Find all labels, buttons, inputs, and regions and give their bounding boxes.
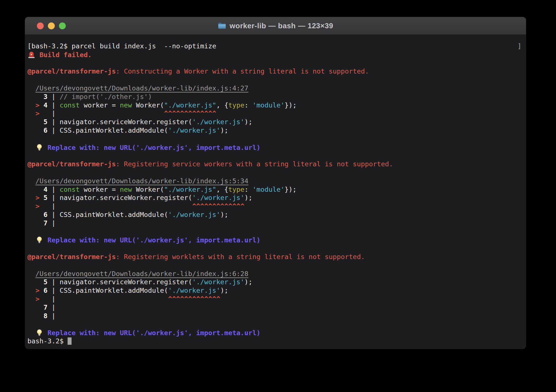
terminal-text	[60, 109, 164, 117]
terminal-text: 6	[44, 126, 48, 134]
terminal-text: @parcel/transformer-js	[27, 253, 116, 261]
terminal-text	[27, 287, 35, 294]
terminal-text: >	[35, 101, 39, 109]
terminal-text: type	[228, 186, 244, 193]
terminal-text: >	[35, 202, 39, 210]
terminal-text	[44, 236, 48, 244]
terminal-line	[27, 228, 523, 236]
terminal-text: >	[35, 109, 39, 117]
terminal-text: );	[220, 126, 228, 134]
terminal-text: 4	[44, 186, 48, 193]
terminal-line: 6 | CSS.paintWorklet.addModule('./worker…	[27, 126, 523, 135]
folder-icon	[218, 22, 226, 29]
lightbulb-icon	[35, 143, 43, 151]
window-title: worker-lib — bash — 123×39	[230, 21, 333, 30]
terminal-text: });	[285, 186, 297, 193]
terminal-content[interactable]: [bash-3.2$ parcel build index.js --no-op…	[25, 35, 526, 349]
terminal-text	[27, 126, 44, 134]
terminal-line: bash-3.2$	[27, 337, 523, 346]
terminal-text: type	[228, 101, 244, 109]
terminal-text	[27, 144, 35, 152]
terminal-text: 7	[44, 219, 48, 227]
terminal-text: worker =	[80, 101, 120, 109]
terminal-text: CSS.paintWorklet.addModule(	[60, 126, 168, 134]
terminal-line: Replace with: new URL('./worker.js', imp…	[27, 236, 523, 244]
terminal-text: CSS.paintWorklet.addModule(	[60, 287, 168, 294]
terminal-line: 5 | navigator.serviceWorker.register('./…	[27, 118, 523, 126]
terminal-text	[35, 51, 39, 59]
terminal-cursor[interactable]	[68, 337, 72, 345]
terminal-line	[27, 135, 523, 143]
zoom-button[interactable]	[59, 22, 66, 29]
terminal-text: ^^^^^^^^^^^^^	[192, 202, 244, 210]
minimize-button[interactable]	[48, 22, 55, 29]
terminal-text	[60, 202, 192, 210]
terminal-text: './worker.js'	[168, 126, 220, 134]
terminal-text: |	[48, 312, 55, 320]
terminal-text: , {	[216, 186, 229, 193]
terminal-line: > | ^^^^^^^^^^^^^	[27, 295, 523, 303]
terminal-text: Worker(	[132, 186, 164, 193]
terminal-text	[27, 84, 35, 92]
terminal-text	[44, 329, 48, 337]
terminal-line: 3 | // import('./other.js')	[27, 93, 523, 101]
terminal-text: const	[60, 186, 80, 193]
terminal-text: 5	[44, 194, 48, 202]
terminal-text: 'module'	[253, 186, 285, 193]
close-button[interactable]	[37, 22, 44, 29]
terminal-text	[27, 236, 35, 244]
terminal-text	[27, 278, 44, 286]
terminal-text	[27, 219, 44, 227]
terminal-text: navigator.serviceWorker.register(	[60, 278, 192, 286]
terminal-line: Build failed.	[27, 51, 523, 59]
terminal-text: : Registering worklets with a string lit…	[116, 253, 365, 261]
terminal-text: Replace with: new URL('./worker.js', imp…	[48, 329, 260, 337]
terminal-text: CSS.paintWorklet.addModule(	[60, 211, 168, 219]
terminal-line: 7 |	[27, 303, 523, 312]
lightbulb-icon	[35, 329, 43, 337]
terminal-text: // import('./other.js')	[60, 93, 152, 101]
terminal-text: |	[48, 93, 60, 101]
terminal-text: );	[244, 194, 252, 202]
terminal-text	[27, 93, 44, 101]
terminal-line: > | ^^^^^^^^^^^^^	[27, 109, 523, 118]
terminal-text: bash-3.2$	[27, 337, 68, 345]
terminal-text: Worker(	[132, 101, 164, 109]
terminal-text: navigator.serviceWorker.register(	[60, 194, 192, 202]
terminal-line: > 4 | const worker = new Worker("./worke…	[27, 101, 523, 110]
terminal-text: |	[40, 202, 60, 210]
siren-icon	[27, 51, 35, 59]
terminal-text: |	[40, 295, 60, 303]
terminal-text	[27, 202, 35, 210]
terminal-text: |	[48, 287, 60, 294]
terminal-text	[27, 295, 35, 303]
terminal-text: |	[48, 211, 60, 219]
terminal-line: @parcel/transformer-js: Constructing a W…	[27, 67, 523, 76]
terminal-line: /Users/devongovett/Downloads/worker-lib/…	[27, 270, 523, 278]
terminal-line: Replace with: new URL('./worker.js', imp…	[27, 329, 523, 337]
terminal-text: : Constructing a Worker with a string li…	[116, 67, 369, 75]
terminal-line	[27, 152, 523, 160]
terminal-text: Replace with: new URL('./worker.js', imp…	[48, 144, 260, 152]
terminal-text: './worker.js'	[168, 287, 220, 294]
terminal-text: const	[60, 101, 80, 109]
window-title-area: worker-lib — bash — 123×39	[25, 17, 526, 35]
terminal-text: |	[48, 278, 60, 286]
terminal-text	[44, 144, 48, 152]
terminal-text: 7	[44, 303, 48, 311]
terminal-text: ^^^^^^^^^^^^^	[164, 109, 216, 117]
terminal-text	[60, 295, 168, 303]
terminal-text: [bash-3.2$ parcel build index.js --no-op…	[27, 42, 216, 50]
terminal-text	[27, 194, 35, 202]
titlebar[interactable]: worker-lib — bash — 123×39	[25, 17, 526, 35]
terminal-text: /Users/devongovett/Downloads/worker-lib/…	[35, 84, 248, 92]
terminal-line: > 6 | CSS.paintWorklet.addModule('./work…	[27, 287, 523, 295]
terminal-text: |	[48, 118, 60, 126]
terminal-text: @parcel/transformer-js	[27, 67, 116, 75]
terminal-text: 6	[44, 287, 48, 294]
terminal-text: 'module'	[253, 101, 285, 109]
terminal-text: :	[244, 101, 252, 109]
terminal-text: 5	[44, 118, 48, 126]
terminal-text: :	[244, 186, 252, 193]
terminal-text	[27, 101, 35, 109]
